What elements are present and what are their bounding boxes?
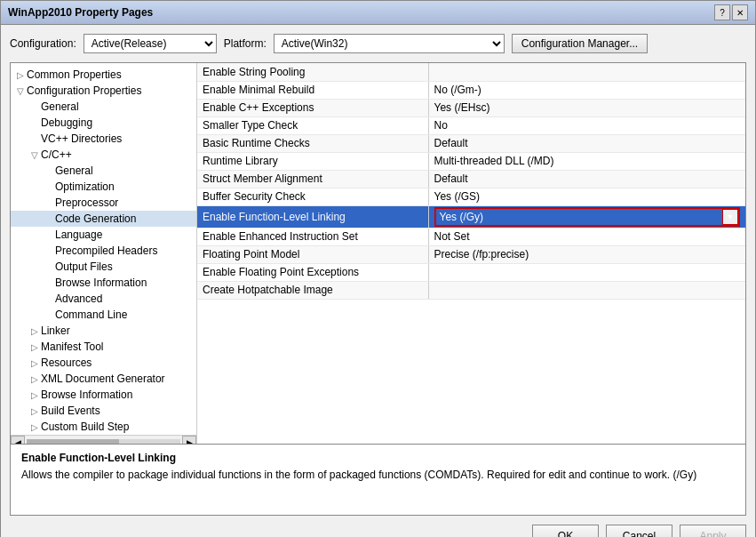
expand-icon-custom-build[interactable]: ▷ [28, 421, 41, 433]
close-button[interactable]: ✕ [732, 4, 748, 20]
bottom-info-panel: Enable Function-Level Linking Allows the… [10, 445, 746, 516]
tree-label-vcpp-dirs: VC++ Directories [41, 132, 122, 145]
apply-button[interactable]: Apply [680, 525, 746, 537]
prop-value-5: Multi-threaded DLL (/MD) [428, 152, 745, 170]
table-row[interactable]: Basic Runtime ChecksDefault [197, 134, 745, 152]
config-label: Configuration: [10, 37, 76, 50]
table-row[interactable]: Enable String Pooling [197, 63, 745, 81]
platform-select[interactable]: Active(Win32) [274, 34, 505, 53]
table-row[interactable]: Struct Member AlignmentDefault [197, 170, 745, 188]
tree-item-cpp[interactable]: ▽C/C++ [11, 147, 196, 163]
config-row: Configuration: Active(Release) Platform:… [10, 34, 746, 53]
tree-item-build-events[interactable]: ▷Build Events [11, 403, 196, 419]
tree-item-output-files[interactable]: Output Files [11, 259, 196, 275]
expand-icon-common[interactable]: ▷ [14, 68, 27, 81]
tree-item-optimization[interactable]: Optimization [11, 179, 196, 195]
title-bar: WinApp2010 Property Pages ? ✕ [1, 1, 755, 25]
table-row[interactable]: Enable Enhanced Instruction SetNot Set [197, 228, 745, 245]
prop-name-12: Create Hotpatchable Image [197, 281, 428, 299]
expand-icon-optimization [43, 180, 55, 193]
tree-item-xml-doc[interactable]: ▷XML Document Generator [11, 371, 196, 387]
table-row[interactable]: Create Hotpatchable Image [197, 281, 745, 299]
horizontal-scrollbar[interactable]: ◀ ▶ [11, 435, 196, 444]
table-row[interactable]: Floating Point ModelPrecise (/fp:precise… [197, 245, 745, 263]
tree-item-language[interactable]: Language [11, 227, 196, 243]
bottom-info-text: Allows the compiler to package individua… [21, 468, 735, 483]
table-row[interactable]: Buffer Security CheckYes (/GS) [197, 188, 745, 205]
scroll-thumb [27, 439, 119, 445]
tree-label-cpp: C/C++ [41, 148, 72, 161]
table-row[interactable]: Enable Function-Level LinkingYes (/Gy)▼ [197, 205, 745, 228]
expand-icon-browse-information[interactable]: ▷ [28, 389, 41, 401]
expand-icon-xml-doc[interactable]: ▷ [28, 373, 41, 385]
tree-item-linker[interactable]: ▷Linker [11, 323, 196, 339]
expand-icon-browse-info [43, 277, 55, 289]
scroll-right-btn[interactable]: ▶ [182, 436, 196, 445]
tree-item-browse-info[interactable]: Browse Information [11, 275, 196, 291]
expand-icon-general [28, 100, 41, 113]
help-button[interactable]: ? [714, 4, 730, 20]
properties-panel: Enable String PoolingEnable Minimal Rebu… [197, 63, 745, 444]
tree-item-cpp-general[interactable]: General [11, 163, 196, 179]
tree-item-cmdline[interactable]: Command Line [11, 307, 196, 323]
tree-label-xml-doc: XML Document Generator [41, 373, 165, 385]
tree-item-debugging[interactable]: Debugging [11, 115, 196, 131]
expand-icon-config-props[interactable]: ▽ [14, 84, 27, 97]
table-row[interactable]: Smaller Type CheckNo [197, 116, 745, 134]
tree-item-common[interactable]: ▷Common Properties [11, 67, 196, 83]
expand-icon-cpp-general [43, 164, 55, 177]
tree-item-advanced[interactable]: Advanced [11, 291, 196, 307]
tree-item-preprocessor[interactable]: Preprocessor [11, 195, 196, 211]
expand-icon-linker[interactable]: ▷ [28, 325, 41, 337]
config-select[interactable]: Active(Release) [84, 34, 217, 53]
expand-icon-debugging [28, 116, 41, 129]
prop-value-1: No (/Gm-) [428, 81, 745, 99]
prop-value-8[interactable]: Yes (/Gy)▼ [428, 205, 745, 228]
tree-item-general[interactable]: General [11, 99, 196, 115]
prop-value-0 [428, 63, 745, 81]
tree-label-cpp-general: General [55, 164, 93, 177]
tree-item-resources[interactable]: ▷Resources [11, 355, 196, 371]
table-row[interactable]: Runtime LibraryMulti-threaded DLL (/MD) [197, 152, 745, 170]
tree-item-precomp[interactable]: Precompiled Headers [11, 243, 196, 259]
expand-icon-cpp[interactable]: ▽ [28, 148, 41, 161]
expand-icon-preprocessor [43, 196, 55, 209]
ok-button[interactable]: OK [532, 525, 599, 537]
prop-value-4: Default [428, 134, 745, 152]
tree-item-custom-build[interactable]: ▷Custom Build Step [11, 419, 196, 435]
prop-dropdown-box[interactable]: Yes (/Gy)▼ [434, 207, 741, 227]
config-manager-button[interactable]: Configuration Manager... [512, 34, 648, 53]
prop-value-6: Default [428, 170, 745, 188]
expand-icon-precomp [43, 244, 55, 257]
expand-icon-resources[interactable]: ▷ [28, 357, 41, 369]
table-row[interactable]: Enable Minimal RebuildNo (/Gm-) [197, 81, 745, 99]
prop-name-3: Smaller Type Check [197, 116, 428, 134]
tree-label-manifest-tool: Manifest Tool [41, 341, 103, 353]
cancel-button[interactable]: Cancel [606, 525, 672, 537]
prop-name-6: Struct Member Alignment [197, 170, 428, 188]
prop-dropdown-arrow[interactable]: ▼ [722, 209, 738, 225]
prop-name-0: Enable String Pooling [197, 63, 428, 81]
table-row[interactable]: Enable C++ ExceptionsYes (/EHsc) [197, 99, 745, 116]
expand-icon-cmdline [43, 309, 55, 321]
tree-item-manifest-tool[interactable]: ▷Manifest Tool [11, 339, 196, 355]
expand-icon-vcpp-dirs [28, 132, 41, 145]
tree-item-code-gen[interactable]: Code Generation [11, 211, 196, 227]
window-title: WinApp2010 Property Pages [8, 6, 153, 19]
tree-label-browse-info: Browse Information [55, 277, 147, 289]
tree-item-vcpp-dirs[interactable]: VC++ Directories [11, 131, 196, 147]
tree-item-config-props[interactable]: ▽Configuration Properties [11, 83, 196, 99]
scroll-left-btn[interactable]: ◀ [11, 436, 25, 445]
tree-label-browse-information: Browse Information [41, 389, 132, 401]
expand-icon-manifest-tool[interactable]: ▷ [28, 341, 41, 353]
tree-item-browse-information[interactable]: ▷Browse Information [11, 387, 196, 403]
bottom-info-title: Enable Function-Level Linking [21, 452, 735, 464]
prop-value-3: No [428, 116, 745, 134]
button-row: OK Cancel Apply [10, 516, 746, 537]
tree-label-linker: Linker [41, 325, 70, 337]
prop-name-8: Enable Function-Level Linking [197, 205, 428, 228]
expand-icon-code-gen [43, 212, 55, 225]
table-row[interactable]: Enable Floating Point Exceptions [197, 263, 745, 281]
expand-icon-build-events[interactable]: ▷ [28, 405, 41, 417]
prop-name-9: Enable Enhanced Instruction Set [197, 228, 428, 245]
